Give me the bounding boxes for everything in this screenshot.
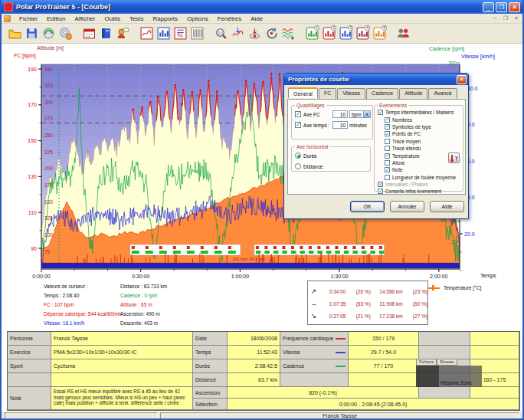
checkbox[interactable]	[385, 131, 390, 136]
checkbox[interactable]	[385, 153, 390, 159]
checkbox[interactable]	[378, 110, 383, 115]
chart-preset-4-icon[interactable]: 4	[354, 25, 371, 42]
person-info-icon[interactable]	[114, 25, 131, 42]
curve-marker-icon[interactable]	[229, 25, 246, 42]
compare-persons-icon[interactable]	[395, 25, 411, 42]
chevron-down-icon[interactable]: ▼	[363, 111, 370, 117]
quadrillages-group: Quadrillages Axe FC bpm ▼ Axe temps : mi…	[291, 103, 373, 139]
checkbox[interactable]	[385, 167, 390, 172]
svg-text:20: 20	[451, 239, 457, 244]
svg-text:%: %	[177, 31, 183, 39]
series-line-icon	[336, 352, 346, 353]
checkbox[interactable]	[385, 117, 390, 123]
menu-item-edition[interactable]: Edition	[42, 15, 70, 23]
table-label-cell: Note	[8, 387, 51, 410]
lap-marker-icon[interactable]	[246, 25, 263, 42]
minimize-button[interactable]: _	[483, 2, 494, 12]
dialog-tab-vitesse[interactable]: Vitesse	[337, 88, 365, 99]
menu-item-rapports[interactable]: Rapports	[149, 15, 182, 23]
phase-row: ↘ 0:27:05(21 %) 17.238 km(27 %)	[308, 310, 427, 322]
dialog-tab-avanc[interactable]: Avancé	[428, 88, 457, 99]
overlay-tab-fichiers[interactable]: Fichiers	[416, 359, 437, 366]
curve-properties-dialog: Propriétés de courbe ✕ GénéralFCVitesseC…	[283, 73, 469, 219]
svg-text:150: 150	[28, 138, 37, 143]
transfer-watch-icon[interactable]	[40, 25, 57, 42]
menu-item-outils[interactable]: Outils	[100, 15, 124, 23]
chart-preset-2-icon[interactable]: 2	[320, 25, 337, 42]
svg-text:325: 325	[44, 83, 53, 88]
mdi-close-icon[interactable]: ✕	[512, 15, 521, 22]
svg-text:Altitude [m]: Altitude [m]	[37, 45, 64, 51]
menu-item-options[interactable]: Options	[182, 15, 213, 23]
axe-fc-value-input[interactable]	[332, 110, 348, 118]
svg-text:Vitesse [km/h]: Vitesse [km/h]	[461, 54, 495, 60]
table-label-cell: Personne	[8, 332, 51, 346]
dialog-tab-cadence[interactable]: Cadence	[366, 88, 398, 99]
dialog-tab-altitude[interactable]: Altitude	[399, 88, 427, 99]
svg-text:20.0: 20.0	[464, 231, 475, 237]
series-line-icon	[336, 338, 346, 340]
overlay-dark-square	[416, 366, 439, 387]
open-file-icon[interactable]	[6, 25, 23, 42]
menu-item-tests[interactable]: Tests	[125, 15, 149, 23]
checkbox[interactable]	[385, 160, 390, 166]
radio-distance[interactable]	[295, 163, 301, 169]
restore-button[interactable]: ❐	[496, 2, 507, 12]
zone-summary-overlay: Fichiers Réseau Résumé Zone	[416, 359, 482, 387]
close-button[interactable]: ✕	[509, 2, 520, 12]
axe-temps-checkbox[interactable]	[295, 122, 301, 128]
checkbox[interactable]	[385, 175, 390, 180]
evenements-title: Evénements	[378, 103, 408, 108]
calendar-icon[interactable]	[80, 25, 97, 42]
annuler-button[interactable]: Annuler	[390, 201, 424, 212]
chart-preset-3-icon[interactable]: 3	[337, 25, 354, 42]
save-icon[interactable]	[23, 25, 40, 42]
overlay-tab-reseau[interactable]: Réseau	[437, 359, 457, 366]
menu-item-fichier[interactable]: Fichier	[15, 15, 42, 23]
aide-button[interactable]: Aide	[430, 201, 464, 212]
table-value-cell: PMA 5x2/30+10x1/30+10x30/30 IC	[51, 346, 193, 359]
temperature-legend-label: Température [°C]	[444, 285, 481, 290]
checkbox[interactable]	[378, 189, 383, 194]
axe-temps-value-input[interactable]	[332, 121, 348, 129]
dialog-tab-page: Quadrillages Axe FC bpm ▼ Axe temps : mi…	[287, 99, 466, 195]
cursor-value: Altitude : 65 m	[120, 300, 167, 310]
columns-view-icon[interactable]	[188, 25, 205, 42]
dialog-tab-gnral[interactable]: Général	[288, 87, 318, 98]
axe-fc-unit-select[interactable]: bpm ▼	[349, 110, 371, 118]
curve-view-icon[interactable]	[138, 25, 155, 42]
axe-fc-label: Axe FC	[303, 112, 331, 117]
burn-cd-icon[interactable]	[57, 25, 74, 42]
dialog-title-bar: Propriétés de courbe ✕	[284, 74, 468, 85]
event-option-longueur-de-foul-e-moyenne: Longueur de foulée moyenne	[385, 174, 463, 181]
radio-dure[interactable]	[295, 153, 301, 159]
svg-text:200: 200	[44, 166, 53, 171]
mdi-minimize-icon[interactable]: ─	[490, 15, 499, 22]
reset-zoom-icon[interactable]	[263, 25, 280, 42]
mdi-restore-icon[interactable]: ❐	[501, 15, 510, 22]
diary-icon[interactable]	[97, 25, 114, 42]
chart-preset-1-icon[interactable]: 1	[303, 25, 320, 42]
dialog-tab-fc[interactable]: FC	[319, 88, 336, 99]
checkbox[interactable]	[385, 139, 390, 144]
table-value-cell: 0:00:00 - 2:08:45 (2:08:45.0)	[228, 399, 519, 410]
ok-button[interactable]: OK	[350, 201, 385, 212]
multi-curves-icon[interactable]	[280, 25, 296, 42]
percent-view-icon[interactable]: %	[172, 25, 188, 42]
checkbox[interactable]	[378, 182, 383, 187]
table-label-cell: Vitesse	[280, 346, 349, 359]
temperature-settings-button[interactable]	[448, 153, 460, 163]
table-value-cell	[470, 387, 519, 399]
menu-item-afficher[interactable]: Afficher	[70, 15, 100, 23]
menu-item-fentres[interactable]: Fenêtres	[213, 15, 247, 23]
chart-preset-5-icon[interactable]: 5	[371, 25, 388, 42]
axe-fc-checkbox[interactable]	[295, 111, 301, 117]
bar-chart-view-icon[interactable]	[155, 25, 172, 42]
menu-item-aide[interactable]: Aide	[246, 15, 267, 23]
zoom-actual-icon[interactable]: 1:1	[212, 25, 229, 42]
svg-text:190: 190	[28, 67, 37, 72]
dialog-close-icon[interactable]: ✕	[457, 75, 467, 84]
checkbox[interactable]	[385, 124, 390, 130]
checkbox[interactable]	[385, 146, 390, 151]
svg-text:40: 40	[451, 219, 457, 225]
